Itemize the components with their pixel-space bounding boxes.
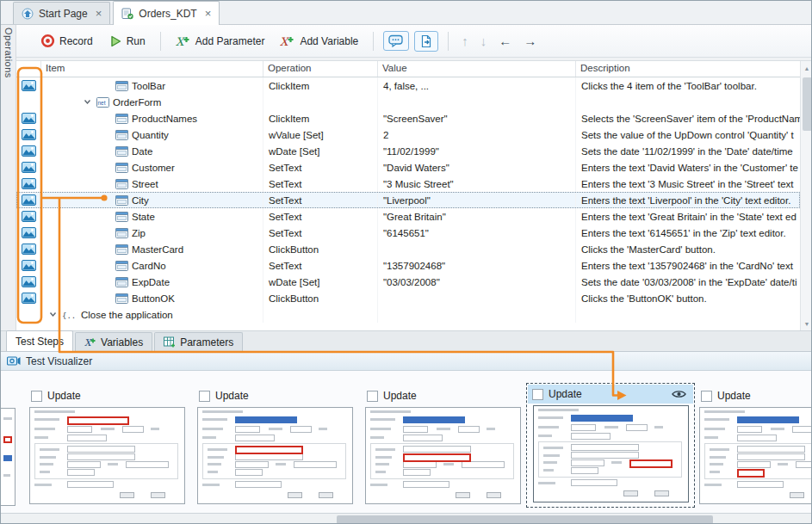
visualizer-image-icon[interactable] [22, 211, 36, 222]
test-step-row[interactable]: ToolBarClickItem4, false, ...Clicks the … [16, 77, 800, 94]
svg-text:{...}: {...} [62, 311, 77, 319]
visualizer-thumbnail[interactable] [29, 407, 185, 504]
update-checkbox[interactable] [367, 391, 378, 402]
item-label: Zip [132, 228, 146, 238]
close-tab-icon[interactable]: × [205, 8, 212, 19]
item-cell: City [41, 192, 263, 208]
visualizer-thumbnail[interactable] [699, 407, 811, 504]
visualizer-thumbnail[interactable] [533, 405, 689, 502]
thumbnail-detail [3, 474, 10, 477]
visualizer-card-selected[interactable]: Update [526, 383, 695, 508]
tab-parameters[interactable]: Parameters [154, 332, 243, 351]
test-step-row[interactable]: StateSetText"Great Britain"Enters the te… [16, 208, 800, 225]
grid-vertical-scrollbar[interactable]: ▲ ▼ [800, 61, 812, 330]
visualizer-card-header: Update [363, 386, 526, 405]
visualizer-image-icon[interactable] [22, 227, 36, 238]
tab-variables[interactable]: XVariables [75, 332, 152, 351]
test-step-row-selected[interactable]: CitySetText"Liverpool"Enters the text 'L… [16, 192, 800, 208]
paste-document-button[interactable] [414, 31, 438, 52]
test-step-row[interactable]: MasterCardClickButtonClicks the 'MasterC… [16, 241, 800, 257]
step-image-cell [16, 225, 41, 241]
thumbnail-form-preview [700, 408, 811, 503]
description-cell: Clicks the 4 item of the 'ToolBar' toolb… [576, 77, 800, 94]
item-cell: {...}Close the application [41, 306, 263, 323]
move-up-button[interactable]: ↑ [456, 33, 474, 49]
visualizer-image-icon[interactable] [22, 293, 36, 304]
test-step-row[interactable]: DatewDate [Set]"11/02/1999"Sets the date… [16, 143, 800, 159]
visualizer-image-icon[interactable] [22, 80, 36, 91]
visualizer-image-icon[interactable] [22, 162, 36, 173]
record-button[interactable]: Record [34, 29, 100, 52]
thumbnail-detail [704, 436, 718, 439]
add-variable-button[interactable]: X Add Variable [273, 30, 365, 52]
visualizer-image-icon[interactable] [22, 260, 36, 271]
test-step-row[interactable]: ProductNamesClickItem"ScreenSaver"Select… [16, 110, 800, 126]
description-button[interactable] [383, 31, 409, 51]
test-step-row[interactable]: CardNoSetText"1357902468"Enters the text… [16, 257, 800, 274]
outdent-button[interactable]: ← [493, 33, 517, 49]
test-step-row[interactable]: StreetSetText"3 Music Street"Enters the … [16, 176, 800, 192]
eye-icon[interactable] [672, 389, 689, 399]
visualizer-image-icon[interactable] [22, 194, 36, 206]
description-cell: Enters the text '6145651' in the 'Zip' t… [576, 225, 800, 241]
update-checkbox[interactable] [701, 391, 712, 402]
operations-panel-caption[interactable]: Operations [1, 25, 16, 330]
header-description[interactable]: Description [576, 61, 800, 77]
thumbnail-detail [778, 463, 789, 465]
visualizer-card[interactable]: Update [363, 386, 526, 504]
test-step-row[interactable]: netOrderForm [16, 94, 800, 110]
header-value[interactable]: Value [378, 61, 576, 77]
test-step-row[interactable]: QuantitywValue [Set]2Sets the value of t… [16, 126, 800, 143]
header-operation[interactable]: Operation [263, 61, 378, 77]
operation-cell: SetText [263, 176, 378, 192]
update-checkbox[interactable] [31, 391, 42, 402]
scroll-up-arrow-icon[interactable]: ▲ [801, 61, 812, 75]
tab-start-page[interactable]: Start Page × [13, 2, 110, 24]
horizontal-scrollbar[interactable] [1, 513, 811, 524]
thumbnail-detail [370, 436, 384, 439]
update-checkbox[interactable] [532, 389, 543, 400]
scroll-down-arrow-icon[interactable]: ▼ [801, 317, 812, 330]
visualizer-image-icon[interactable] [22, 178, 36, 189]
run-icon [108, 34, 122, 48]
test-step-row[interactable]: ZipSetText"6145651"Enters the text '6145… [16, 225, 800, 241]
update-checkbox[interactable] [199, 391, 210, 402]
thumbnail-detail [370, 418, 395, 421]
tab-orders-kdt[interactable]: Orders_KDT × [113, 1, 220, 25]
test-step-row[interactable]: {...}Close the application [16, 306, 800, 323]
visualizer-thumbnail[interactable] [365, 407, 521, 504]
chevron-down-icon[interactable] [83, 97, 92, 107]
move-down-button[interactable]: ↓ [475, 33, 493, 49]
indent-button[interactable]: → [518, 33, 542, 49]
operation-cell [263, 306, 378, 323]
scrollbar-thumb[interactable] [803, 77, 812, 131]
visualizer-image-icon[interactable] [22, 276, 36, 287]
visualizer-card-partial[interactable] [1, 408, 15, 506]
visualizer-image-icon[interactable] [22, 129, 36, 140]
operation-cell: ClickItem [263, 110, 378, 126]
tab-test-steps[interactable]: Test Steps [6, 330, 73, 351]
visualizer-card[interactable]: Update [697, 386, 811, 504]
visualizer-image-icon[interactable] [22, 244, 36, 255]
thumbnail-detail [40, 471, 51, 473]
visualizer-card[interactable]: Update [27, 386, 190, 504]
visualizer-card[interactable]: Update [195, 386, 358, 504]
app-window: Start Page × Orders_KDT × Operations Rec… [0, 0, 812, 524]
scrollbar-thumb[interactable] [337, 515, 713, 524]
thumbnail-detail [437, 428, 450, 430]
visualizer-thumbnail[interactable] [197, 407, 353, 504]
visualizer-image-icon[interactable] [22, 113, 36, 124]
test-step-row[interactable]: CustomerSetText"David Waters"Enters the … [16, 159, 800, 176]
test-visualizer-header[interactable]: Test Visualizer [1, 352, 811, 371]
close-tab-icon[interactable]: × [96, 8, 102, 19]
test-step-row[interactable]: ExpDatewDate [Set]"03/03/2008"Sets the d… [16, 274, 800, 290]
header-image-column[interactable] [16, 61, 41, 77]
add-parameter-button[interactable]: X Add Parameter [169, 30, 272, 52]
value-cell: "1357902468" [378, 257, 576, 274]
chevron-down-icon[interactable] [48, 310, 58, 319]
item-cell: CardNo [41, 257, 263, 274]
test-step-row[interactable]: ButtonOKClickButtonClicks the 'ButtonOK'… [16, 290, 800, 306]
visualizer-image-icon[interactable] [22, 145, 36, 157]
run-button[interactable]: Run [102, 30, 152, 52]
header-item[interactable]: Item [41, 61, 263, 77]
